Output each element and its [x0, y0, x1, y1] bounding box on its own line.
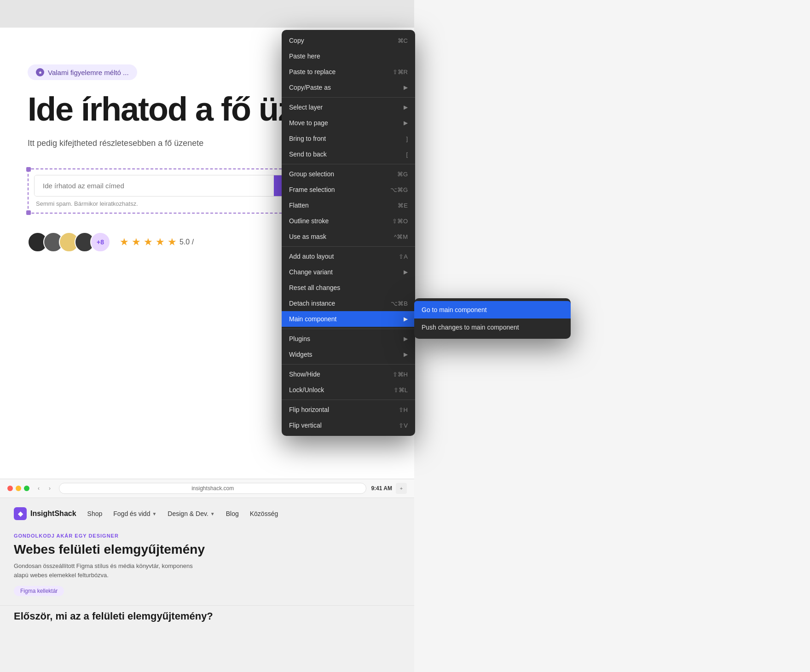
menu-item-label: Paste here: [289, 52, 408, 60]
menu-item-reset-all-changes[interactable]: Reset all changes: [282, 280, 415, 295]
form-corner-tl: [26, 167, 31, 172]
nav-blog[interactable]: Blog: [226, 510, 239, 517]
nav-fogd[interactable]: Fogd és vidd ▼: [113, 510, 156, 517]
form-corner-bl: [26, 210, 31, 215]
submenu-item-0[interactable]: Go to main component: [414, 301, 571, 319]
logo-text: InsightShack: [30, 510, 76, 518]
menu-item-flatten[interactable]: Flatten⌘E: [282, 197, 415, 213]
email-input[interactable]: [35, 175, 274, 196]
menu-item-label: Flip horizontal: [289, 406, 399, 413]
menu-item-main-component[interactable]: Main component▶: [282, 311, 415, 327]
url-bar[interactable]: insightshack.com: [59, 483, 366, 494]
menu-shortcut: ⌘C: [398, 37, 408, 44]
context-menu: Copy⌘CPaste herePaste to replace⇧⌘RCopy/…: [282, 30, 415, 436]
menu-item-label: Add auto layout: [289, 253, 399, 260]
stars-section: ★ ★ ★ ★ ★ 5.0 /: [120, 236, 194, 248]
menu-divider: [282, 400, 415, 400]
menu-divider: [282, 246, 415, 247]
star-1: ★: [120, 236, 129, 248]
menu-item-label: Flip vertical: [289, 422, 399, 429]
menu-item-label: Select layer: [289, 104, 404, 111]
browser-content: ◆ InsightShack Shop Fogd és vidd ▼ Desig…: [0, 498, 414, 605]
traffic-lights: [7, 486, 29, 491]
menu-item-copy[interactable]: Copy⌘C: [282, 33, 415, 48]
menu-item-label: Paste to replace: [289, 68, 393, 75]
badge-icon: ★: [36, 68, 44, 76]
menu-item-lock/unlock[interactable]: Lock/Unlock⇧⌘L: [282, 382, 415, 398]
rating-text: 5.0 /: [179, 238, 194, 246]
menu-shortcut: ⇧H: [399, 406, 408, 413]
menu-item-paste-here[interactable]: Paste here: [282, 48, 415, 64]
menu-item-move-to-page[interactable]: Move to page▶: [282, 115, 415, 131]
time-display: 9:41 AM: [371, 485, 392, 492]
menu-shortcut: ⇧⌘O: [392, 218, 408, 225]
menu-item-send-to-back[interactable]: Send to back[: [282, 146, 415, 162]
menu-shortcut: ⇧A: [399, 253, 408, 260]
menu-shortcut: ⌥⌘G: [390, 186, 408, 193]
menu-item-frame-selection[interactable]: Frame selection⌥⌘G: [282, 182, 415, 197]
browser-bottom: Először, mi az a felületi elemgyűjtemény…: [0, 605, 414, 627]
menu-item-label: Change variant: [289, 268, 404, 276]
back-arrow[interactable]: ‹: [34, 484, 43, 493]
menu-item-label: Outline stroke: [289, 217, 392, 225]
menu-item-use-as-mask[interactable]: Use as mask^⌘M: [282, 229, 415, 244]
chevron-down-icon: ▼: [152, 511, 156, 516]
menu-item-copy/paste-as[interactable]: Copy/Paste as▶: [282, 80, 415, 95]
menu-item-label: Reset all changes: [289, 284, 408, 291]
menu-item-outline-stroke[interactable]: Outline stroke⇧⌘O: [282, 213, 415, 229]
menu-item-bring-to-front[interactable]: Bring to front]: [282, 131, 415, 146]
minimize-button[interactable]: [16, 486, 21, 491]
menu-shortcut: ⌘G: [397, 171, 408, 178]
menu-shortcut: ⌥⌘B: [391, 300, 408, 307]
submenu-item-1[interactable]: Push changes to main component: [414, 319, 571, 336]
logo-icon: ◆: [14, 507, 27, 520]
menu-shortcut: ⇧⌘H: [393, 371, 408, 378]
menu-item-label: Lock/Unlock: [289, 386, 393, 394]
menu-item-label: Show/Hide: [289, 371, 393, 378]
nav-kozosseg[interactable]: Közösség: [250, 510, 278, 517]
menu-item-label: Main component: [289, 315, 404, 323]
menu-item-label: Group selection: [289, 170, 397, 178]
badge-text: Valami figyelemre méltó ...: [48, 69, 129, 76]
nav-design[interactable]: Design & Dev. ▼: [168, 510, 214, 517]
star-5: ★: [168, 236, 177, 248]
menu-item-group-selection[interactable]: Group selection⌘G: [282, 166, 415, 182]
menu-item-label: Bring to front: [289, 135, 406, 142]
menu-divider: [282, 164, 415, 164]
site-logo: ◆ InsightShack: [14, 507, 76, 520]
menu-item-flip-horizontal[interactable]: Flip horizontal⇧H: [282, 402, 415, 417]
menu-shortcut: ⇧⌘L: [393, 387, 408, 394]
browser-actions: 9:41 AM +: [371, 483, 407, 494]
star-4: ★: [156, 236, 165, 248]
menu-item-label: Move to page: [289, 119, 404, 127]
nav-shop[interactable]: Shop: [87, 510, 103, 517]
menu-item-label: Copy: [289, 37, 398, 44]
maximize-button[interactable]: [24, 486, 29, 491]
menu-item-label: Frame selection: [289, 186, 390, 193]
star-3: ★: [144, 236, 153, 248]
nav-arrows: ‹ ›: [34, 484, 54, 493]
menu-item-select-layer[interactable]: Select layer▶: [282, 99, 415, 115]
menu-item-label: Widgets: [289, 351, 404, 358]
forward-arrow[interactable]: ›: [45, 484, 54, 493]
browser-action-1[interactable]: +: [396, 483, 407, 494]
menu-item-flip-vertical[interactable]: Flip vertical⇧V: [282, 417, 415, 433]
menu-item-plugins[interactable]: Plugins▶: [282, 331, 415, 347]
submenu-arrow-icon: ▶: [404, 351, 408, 358]
menu-item-paste-to-replace[interactable]: Paste to replace⇧⌘R: [282, 64, 415, 80]
menu-item-show/hide[interactable]: Show/Hide⇧⌘H: [282, 366, 415, 382]
menu-item-add-auto-layout[interactable]: Add auto layout⇧A: [282, 249, 415, 264]
browser-bar: ‹ › insightshack.com 9:41 AM +: [0, 479, 414, 498]
browser-mockup: ‹ › insightshack.com 9:41 AM + ◆ Insight…: [0, 479, 414, 672]
menu-shortcut: ⇧V: [399, 422, 408, 429]
close-button[interactable]: [7, 486, 13, 491]
menu-item-change-variant[interactable]: Change variant▶: [282, 264, 415, 280]
chevron-down-icon-2: ▼: [210, 511, 215, 516]
menu-item-label: Flatten: [289, 202, 398, 209]
menu-item-label: Plugins: [289, 335, 404, 342]
menu-item-label: Use as mask: [289, 233, 394, 240]
menu-shortcut: ^⌘M: [394, 233, 408, 240]
site-title: Webes felületi elemgyűjtemény: [14, 542, 400, 557]
menu-item-detach-instance[interactable]: Detach instance⌥⌘B: [282, 295, 415, 311]
menu-item-widgets[interactable]: Widgets▶: [282, 347, 415, 362]
